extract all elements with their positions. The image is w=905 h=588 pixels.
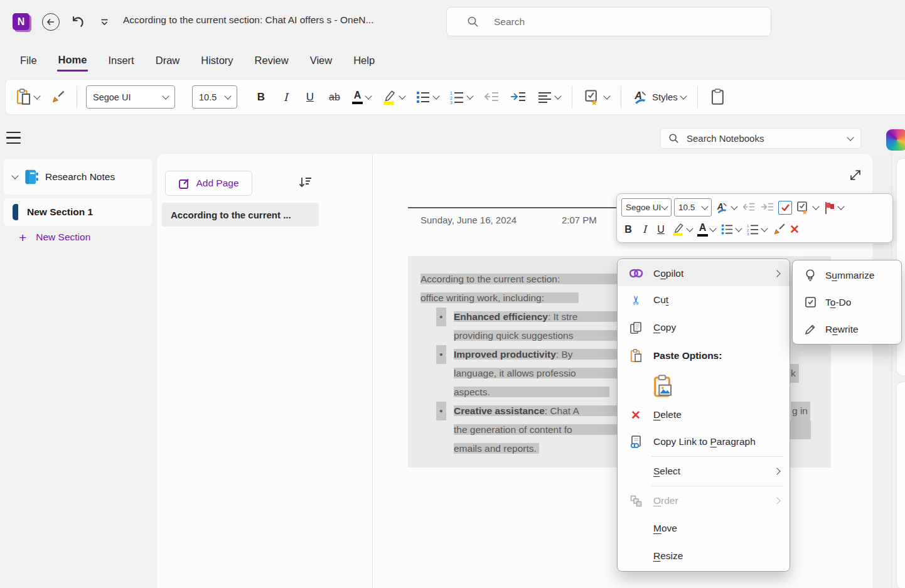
navigation-hamburger-button[interactable] (6, 132, 21, 144)
mini-highlight-button[interactable] (670, 220, 693, 239)
expand-page-button[interactable] (849, 168, 864, 183)
mini-delete-button[interactable]: ✕ (790, 222, 800, 237)
context-menu-resize[interactable]: Resize (618, 542, 790, 570)
sort-pages-button[interactable] (297, 175, 313, 190)
paste-dropdown-caret[interactable] (33, 92, 40, 99)
menu-home[interactable]: Home (57, 48, 88, 72)
context-menu-select[interactable]: Select (618, 457, 790, 485)
window-title: According to the current section: Chat A… (123, 14, 373, 26)
menu-view[interactable]: View (309, 49, 333, 70)
numbered-list-caret[interactable] (466, 92, 473, 99)
undo-button[interactable] (68, 13, 87, 31)
styles-icon: A (633, 89, 649, 105)
notebook-expand-caret[interactable] (11, 172, 18, 179)
font-size-select[interactable]: 10.5 (192, 85, 237, 109)
todo-checked-button[interactable] (778, 201, 792, 215)
mini-format-painter-button[interactable] (771, 220, 787, 239)
search-scope-caret[interactable] (847, 134, 854, 141)
svg-text:3: 3 (747, 232, 749, 235)
mini-font-name-select[interactable]: Segoe UI (621, 198, 672, 216)
mini-styles-caret[interactable] (731, 203, 737, 210)
mini-numbered-list-button[interactable]: 123 (745, 220, 768, 239)
alignment-caret[interactable] (554, 92, 561, 99)
notebook-icon (24, 169, 39, 185)
paste-picture-icon (653, 374, 673, 398)
mini-tag-caret[interactable] (812, 203, 819, 210)
mini-italic-button[interactable]: I (638, 223, 651, 235)
numbered-list-button[interactable]: 123 (447, 86, 475, 109)
highlight-caret[interactable] (399, 92, 405, 99)
menu-insert[interactable]: Insert (107, 49, 135, 70)
context-menu-move[interactable]: Move (618, 515, 790, 542)
copilot-app-icon[interactable] (886, 129, 905, 151)
mini-flag-button[interactable] (822, 198, 845, 217)
menu-file[interactable]: File (19, 49, 38, 70)
menu-review[interactable]: Review (254, 49, 290, 70)
section-name: New Section 1 (27, 206, 93, 218)
strikethrough-button[interactable]: ab (325, 92, 344, 103)
search-box[interactable]: Search (446, 7, 771, 36)
mini-bullet-caret[interactable] (735, 225, 742, 232)
content-line: emails and reports. (454, 439, 539, 458)
menu-history[interactable]: History (200, 49, 234, 70)
menu-help[interactable]: Help (352, 49, 376, 70)
font-color-button[interactable]: A (350, 86, 373, 109)
context-menu-copy[interactable]: Copy (618, 314, 790, 341)
mini-styles-button[interactable]: A (714, 198, 738, 217)
mini-flag-caret[interactable] (837, 203, 844, 210)
mini-font-color-button[interactable]: A (696, 220, 717, 239)
mini-tag-button[interactable]: ★ (795, 198, 820, 217)
bullet-list-caret[interactable] (432, 92, 439, 99)
mini-underline-button[interactable]: U (654, 224, 668, 235)
mini-font-size-select[interactable]: 10.5 (674, 198, 712, 216)
notebook-row[interactable]: Research Notes (4, 159, 152, 195)
back-button[interactable] (41, 13, 60, 31)
new-section-button[interactable]: + New Section (19, 228, 90, 246)
decrease-indent-button[interactable] (481, 86, 502, 109)
tag-caret[interactable] (603, 92, 610, 99)
font-name-select[interactable]: Segoe UI (86, 85, 175, 109)
increase-indent-button[interactable] (508, 86, 529, 109)
mini-numbered-caret[interactable] (761, 225, 768, 232)
font-color-caret[interactable] (365, 92, 372, 99)
submenu-rewrite[interactable]: Rewrite (793, 316, 901, 343)
underline-button[interactable]: U (301, 91, 319, 104)
highlight-button[interactable] (379, 86, 407, 109)
page-list-item-active[interactable]: According to the current ... (162, 203, 319, 227)
format-painter-button[interactable] (48, 86, 68, 109)
mini-font-color-caret[interactable] (709, 225, 716, 232)
search-notebooks-box[interactable]: Search Notebooks (660, 128, 861, 149)
styles-button[interactable]: A Styles (630, 86, 688, 109)
alignment-button[interactable] (535, 86, 563, 109)
flag-icon (823, 201, 836, 215)
paste-button[interactable] (13, 86, 42, 109)
submenu-summarize[interactable]: Summarize (793, 262, 901, 289)
svg-text:3: 3 (450, 100, 453, 104)
mini-highlight-caret[interactable] (686, 225, 693, 232)
context-menu-copilot[interactable]: Copilot (618, 260, 790, 286)
italic-button[interactable]: I (276, 91, 295, 104)
mini-increase-indent-button[interactable] (759, 198, 776, 217)
bold-button[interactable]: B (252, 91, 270, 104)
context-menu-cut[interactable]: ✂ Cut (618, 286, 790, 314)
mini-decrease-indent-button[interactable] (741, 198, 757, 217)
bullet-list-button[interactable] (413, 86, 441, 109)
styles-label: Styles (652, 92, 678, 102)
mini-bold-button[interactable]: B (621, 224, 635, 235)
add-page-button[interactable]: Add Page (165, 171, 252, 196)
tag-button[interactable]: ★ (581, 86, 612, 109)
font-size-value: 10.5 (199, 92, 217, 102)
ribbon-collapse-button[interactable] (97, 16, 111, 29)
mini-bullet-list-button[interactable] (719, 220, 742, 239)
styles-caret[interactable] (680, 92, 687, 99)
context-menu-delete[interactable]: ✕ Delete (618, 402, 790, 428)
bullet-marker: • (436, 402, 446, 420)
submenu-todo[interactable]: To-Do (793, 289, 901, 316)
section-row-active[interactable]: New Section 1 (4, 198, 152, 226)
context-menu-paste-keep-formatting[interactable] (618, 370, 790, 402)
cut-scissors-icon: ✂ (629, 292, 643, 308)
menu-draw[interactable]: Draw (154, 49, 181, 70)
sort-icon (297, 175, 313, 190)
clipboard-overflow-button[interactable] (708, 86, 729, 109)
context-menu-copy-link[interactable]: Copy Link to Paragraph (618, 428, 790, 456)
